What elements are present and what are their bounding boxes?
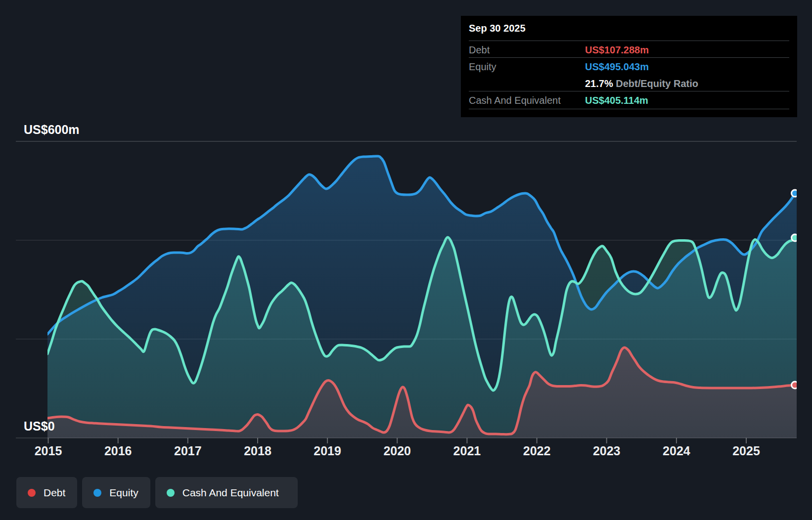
svg-text:2023: 2023 — [593, 444, 621, 458]
svg-text:US$0: US$0 — [24, 419, 55, 433]
svg-text:2016: 2016 — [104, 444, 132, 458]
svg-text:US$600m: US$600m — [24, 123, 80, 136]
svg-text:2025: 2025 — [732, 444, 760, 458]
svg-text:2017: 2017 — [174, 444, 202, 458]
svg-text:2022: 2022 — [523, 444, 551, 458]
svg-text:2020: 2020 — [383, 444, 411, 458]
svg-text:2019: 2019 — [314, 444, 341, 458]
svg-text:2015: 2015 — [35, 444, 62, 458]
svg-text:2021: 2021 — [453, 444, 481, 458]
svg-text:2024: 2024 — [663, 444, 690, 458]
svg-text:2018: 2018 — [244, 444, 271, 458]
